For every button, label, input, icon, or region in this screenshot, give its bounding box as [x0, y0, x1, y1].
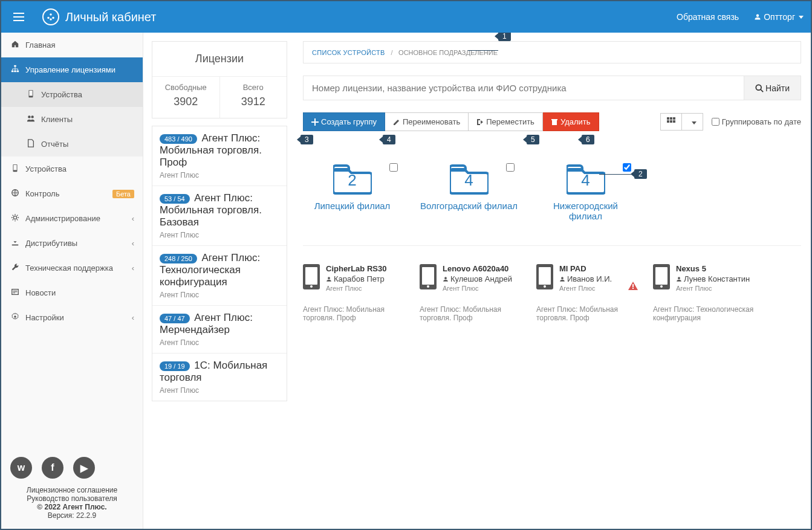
sidebar-sub-item-2[interactable]: Отчёты [1, 132, 143, 157]
svg-rect-30 [667, 117, 669, 120]
grid-view-icon[interactable] [661, 114, 682, 130]
search-input[interactable] [304, 76, 744, 100]
svg-rect-12 [29, 91, 32, 96]
sidebar-sub-item-1[interactable]: Клиенты [1, 107, 143, 132]
sidebar-label: Дистрибутивы [25, 239, 77, 248]
sidebar-item-6[interactable]: Техническая поддержка‹ [1, 256, 143, 280]
svg-rect-2 [13, 20, 24, 21]
group-by-date-label: Группировать по дате [722, 117, 801, 126]
folder-card[interactable]: 2Липецкий филиал [303, 163, 401, 221]
chevron-left-icon: ‹ [132, 313, 134, 322]
svg-point-18 [13, 216, 16, 219]
sidebar-item-7[interactable]: Новости [1, 280, 143, 305]
device-card[interactable]: Nexus 5Лунев КонстантинАгент ПлюсАгент П… [653, 264, 755, 322]
sidebar-label: Управление лицензиями [25, 65, 115, 74]
sidebar-item-8[interactable]: Настройки‹ [1, 305, 143, 330]
folder-card[interactable]: 4Волгоградский филиал [420, 163, 518, 221]
folder-checkbox[interactable] [506, 163, 515, 172]
folders-row: 2Липецкий филиал4Волгоградский филиал4Ни… [303, 163, 801, 221]
device-card[interactable]: CipherLab RS30Карабов ПетрАгент ПлюсАген… [303, 264, 404, 322]
license-item[interactable]: 47 / 47 Агент Плюс: МерчендайзерАгент Пл… [152, 306, 287, 354]
cogs-icon [10, 213, 21, 224]
sidebar-label: Контроль [25, 189, 59, 198]
view-toggle[interactable] [660, 113, 703, 131]
callout-2: 2 [634, 169, 647, 179]
sidebar-sub-label: Клиенты [41, 115, 73, 124]
licenses-free-label: Свободные [152, 83, 219, 92]
version-label: Версия: 22.2.9 [8, 511, 135, 520]
sidebar-item-3[interactable]: КонтрольБета [1, 181, 143, 206]
license-vendor: Агент Плюс [160, 291, 279, 299]
sidebar-label: Настройки [25, 313, 64, 322]
folder-checkbox[interactable] [623, 163, 631, 172]
wrench-icon [10, 263, 21, 273]
svg-rect-8 [11, 71, 14, 73]
chevron-left-icon: ‹ [132, 239, 134, 248]
download-icon [10, 238, 21, 248]
folder-checkbox[interactable] [389, 163, 398, 172]
device-vendor: Агент Плюс [676, 285, 755, 292]
sidebar-item-0[interactable]: Главная [1, 33, 143, 57]
youtube-icon[interactable]: ▶ [73, 457, 95, 479]
vk-icon[interactable]: w [10, 457, 32, 479]
topbar: Личный кабинет Обратная связь Оптторг [1, 1, 811, 33]
content-area: СПИСОК УСТРОЙСТВ / ОСНОВНОЕ ПОДРАЗДЕЛЕНИ… [293, 33, 811, 529]
rename-button[interactable]: Переименовать [385, 112, 469, 131]
license-vendor: Агент Плюс [160, 386, 279, 395]
svg-rect-1 [13, 16, 24, 18]
chevron-left-icon: ‹ [132, 263, 134, 273]
device-card[interactable]: Lenovo A6020a40Кулешов АндрейАгент ПлюсА… [420, 264, 521, 322]
sidebar-item-5[interactable]: Дистрибутивы‹ [1, 231, 143, 256]
sidebar-item-4[interactable]: Администрирование‹ [1, 206, 143, 231]
license-item[interactable]: 248 / 250 Агент Плюс: Технологическая ко… [152, 246, 287, 306]
delete-button[interactable]: Удалить [543, 112, 599, 131]
svg-rect-16 [13, 165, 16, 170]
group-by-date-checkbox[interactable]: Группировать по дате [712, 117, 801, 126]
breadcrumb-sep: / [391, 49, 392, 56]
folder-name: Липецкий филиал [303, 201, 401, 211]
sidebar-label: Администрирование [25, 214, 100, 223]
device-card[interactable]: MI PADИванов И.И.Агент ПлюсАгент Плюс: М… [536, 264, 638, 322]
license-vendor: Агент Плюс [160, 338, 279, 347]
sidebar-item-1[interactable]: Управление лицензиями [1, 57, 143, 82]
svg-rect-0 [13, 13, 24, 14]
svg-rect-32 [673, 117, 675, 120]
phone-icon [653, 264, 670, 289]
license-item[interactable]: 483 / 490 Агент Плюс: Мобильная торговля… [152, 126, 287, 186]
folder-icon: 2 [333, 163, 372, 195]
menu-toggle-button[interactable] [8, 7, 29, 27]
folder-card[interactable]: 4Нижегородский филиал [536, 163, 635, 221]
license-item[interactable]: 19 / 19 1С: Мобильная торговляАгент Плюс [152, 354, 287, 401]
callout-6: 6 [582, 135, 594, 144]
svg-rect-37 [632, 288, 634, 289]
view-dropdown-icon[interactable] [682, 114, 703, 130]
user-menu-button[interactable]: Оптторг [754, 12, 804, 22]
device-user: Лунев Константин [676, 274, 755, 283]
licenses-free-stat: Свободные 3902 [152, 77, 220, 118]
license-agreement-link[interactable]: Лицензионное соглашение [8, 486, 135, 494]
folder-name: Нижегородский филиал [536, 201, 635, 221]
search-button-label: Найти [765, 83, 790, 93]
users-icon [25, 114, 36, 124]
gear-icon [10, 312, 21, 323]
search-button[interactable]: Найти [744, 76, 801, 100]
feedback-link[interactable]: Обратная связь [677, 12, 739, 22]
sidebar-label: Главная [25, 40, 55, 50]
folder-icon: 4 [450, 163, 489, 195]
move-button[interactable]: Переместить [469, 112, 543, 131]
create-group-label: Создать группу [321, 117, 377, 126]
sidebar-item-2[interactable]: Устройства [1, 157, 143, 181]
user-manual-link[interactable]: Руководство пользователя [8, 494, 135, 503]
folder-count: 4 [450, 166, 489, 195]
facebook-icon[interactable]: f [42, 457, 63, 479]
sidebar-sub-item-0[interactable]: Устройства [1, 82, 143, 107]
create-group-button[interactable]: Создать группу [303, 112, 385, 131]
svg-rect-9 [14, 71, 16, 73]
breadcrumb-root[interactable]: СПИСОК УСТРОЙСТВ [312, 49, 385, 56]
license-item[interactable]: 53 / 54 Агент Плюс: Мобильная торговля. … [152, 186, 287, 246]
device-vendor: Агент Плюс [559, 285, 628, 292]
user-name: Оптторг [764, 12, 795, 22]
sidebar-sub-label: Устройства [41, 90, 82, 99]
svg-rect-36 [632, 284, 634, 287]
licenses-free-value: 3902 [152, 95, 219, 108]
